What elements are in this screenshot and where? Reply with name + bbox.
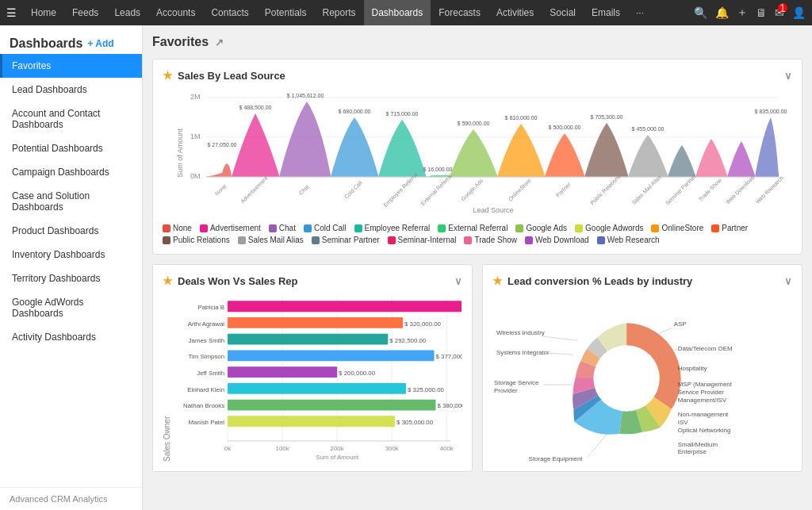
nav-emails[interactable]: Emails [584, 0, 628, 25]
screen-icon[interactable]: 🖥 [756, 6, 767, 19]
nav-dashboards[interactable]: Dashboards [364, 0, 431, 25]
sidebar-item-inventory[interactable]: Inventory Dashboards [0, 243, 142, 267]
svg-text:$ 705,300.00: $ 705,300.00 [591, 114, 623, 120]
notifications-icon[interactable]: 🔔 [715, 6, 729, 19]
chart3-title: Lead conversion % Leads by industry [508, 275, 692, 287]
legend-sales-mail: Sales Mail Alias [238, 236, 304, 244]
sidebar-item-potential[interactable]: Potential Dashboards [0, 136, 142, 160]
sidebar-item-case-solution[interactable]: Case and Solution Dashboards [0, 184, 142, 219]
svg-text:James Smith: James Smith [189, 337, 225, 344]
svg-text:$ 488,500.00: $ 488,500.00 [239, 105, 272, 110]
nav-activities[interactable]: Activities [488, 0, 542, 25]
legend-web-download: Web Download [525, 236, 589, 244]
nav-more[interactable]: ··· [628, 0, 652, 25]
nav-potentials[interactable]: Potentials [257, 0, 315, 25]
svg-text:$ 305,000.00: $ 305,000.00 [396, 419, 434, 426]
svg-text:Provider: Provider [494, 387, 518, 394]
chart2-collapse[interactable]: ∨ [454, 275, 462, 287]
svg-text:0k: 0k [224, 445, 231, 452]
legend-web-research: Web Research [597, 236, 660, 244]
sidebar-items-list: Favorites Lead Dashboards Account and Co… [0, 54, 142, 487]
svg-text:2M: 2M [190, 93, 201, 101]
chart1-collapse[interactable]: ∨ [784, 70, 792, 82]
menu-icon[interactable]: ☰ [6, 6, 17, 19]
svg-text:Hospitality: Hospitality [678, 365, 707, 372]
sidebar-item-account-contact[interactable]: Account and Contact Dashboards [0, 102, 142, 136]
lead-conversion-svg: ASP Data/Telecom OEM Hospitality MSP (Ma… [492, 291, 792, 466]
svg-text:$ 500,000.00: $ 500,000.00 [549, 125, 581, 130]
search-icon[interactable]: 🔍 [694, 6, 707, 19]
nav-forecasts[interactable]: Forecasts [431, 0, 488, 25]
svg-text:Lead Source: Lead Source [473, 206, 513, 214]
svg-text:$ 680,000.00: $ 680,000.00 [339, 109, 371, 114]
sales-by-lead-source-card: ★ Sales By Lead Source ∨ 2M 1M 0M Sum of… [152, 59, 802, 255]
legend-coldcall: Cold Call [304, 224, 347, 232]
main-content: Favorites ↗ ★ Sales By Lead Source ∨ 2M … [143, 25, 812, 510]
svg-rect-51 [228, 350, 434, 361]
svg-text:Small/Medium: Small/Medium [678, 441, 718, 448]
svg-text:Data/Telecom OEM: Data/Telecom OEM [678, 345, 733, 352]
svg-text:Storage Service: Storage Service [494, 379, 539, 386]
svg-text:ISV: ISV [678, 419, 688, 426]
svg-text:Manish Patel: Manish Patel [189, 419, 225, 426]
sidebar-item-google-adwords[interactable]: Google AdWords Dashboards [0, 290, 142, 325]
chart2-y-label: Sales Owner [163, 295, 171, 462]
page-title: Favorites [152, 35, 209, 49]
svg-text:Tim Simpson: Tim Simpson [188, 353, 224, 360]
svg-text:Chat: Chat [298, 183, 310, 195]
svg-text:$ 16,000.00: $ 16,000.00 [423, 167, 453, 172]
sidebar-item-favorites[interactable]: Favorites [0, 54, 142, 78]
svg-line-89 [546, 353, 573, 355]
nav-feeds[interactable]: Feeds [64, 0, 106, 25]
main-layout: Dashboards + Add Favorites Lead Dashboar… [0, 25, 812, 510]
svg-text:$ 835,000.00: $ 835,000.00 [755, 109, 787, 114]
legend-google-adwords: Google Adwords [575, 224, 643, 232]
nav-social[interactable]: Social [542, 0, 584, 25]
svg-text:$ 1,045,612.00: $ 1,045,612.00 [287, 93, 324, 98]
chart2-title-bar: ★ Deals Won Vs Sales Rep ∨ [163, 274, 462, 287]
svg-rect-42 [228, 301, 462, 312]
legend-chat: Chat [269, 224, 296, 232]
svg-rect-45 [228, 317, 403, 328]
nav-home[interactable]: Home [23, 0, 64, 25]
svg-text:400k: 400k [440, 445, 454, 452]
sidebar-title-area: Dashboards + Add [0, 25, 142, 54]
user-icon[interactable]: 👤 [792, 6, 806, 19]
nav-reports[interactable]: Reports [315, 0, 364, 25]
svg-text:Trade Show: Trade Show [698, 177, 723, 202]
nav-contacts[interactable]: Contacts [203, 0, 256, 25]
svg-text:$ 380,000.00: $ 380,000.00 [437, 402, 462, 409]
sidebar-item-lead-dashboards[interactable]: Lead Dashboards [0, 78, 142, 102]
sidebar-item-activity[interactable]: Activity Dashboards [0, 325, 142, 349]
svg-text:Sales Mail Alias: Sales Mail Alias [630, 174, 662, 205]
nav-accounts[interactable]: Accounts [148, 0, 203, 25]
sidebar-item-territory[interactable]: Territory Dashboards [0, 267, 142, 290]
svg-rect-57 [228, 383, 406, 394]
sidebar-footer: Advanced CRM Analytics [0, 487, 142, 510]
chart3-collapse[interactable]: ∨ [784, 275, 792, 287]
svg-text:Sum of Amount: Sum of Amount [316, 454, 359, 461]
svg-text:$ 715,000.00: $ 715,000.00 [386, 111, 419, 117]
legend-partner: Partner [711, 224, 748, 232]
chart2-bars-area: Patricia B $ 426,500.00 Arthi Agrawal $ … [173, 295, 462, 462]
share-icon[interactable]: ↗ [215, 36, 224, 48]
sidebar-item-product[interactable]: Product Dashboards [0, 219, 142, 243]
mail-icon[interactable]: ✉ 1 [775, 6, 784, 19]
chart2-area: Sales Owner Patricia B [163, 295, 462, 462]
sidebar-item-campaign[interactable]: Campaign Dashboards [0, 160, 142, 184]
svg-text:Non-management: Non-management [678, 411, 729, 418]
svg-text:$ 455,000.00: $ 455,000.00 [632, 126, 665, 132]
nav-leads[interactable]: Leads [106, 0, 148, 25]
chart1-star: ★ [163, 69, 173, 82]
chart3-title-bar: ★ Lead conversion % Leads by industry ∨ [492, 274, 792, 287]
legend-public-relations: Public Relations [163, 236, 230, 244]
chart1-area: 2M 1M 0M Sum of Amount $ 27,050.00 $ [163, 90, 792, 244]
svg-text:ASP: ASP [674, 320, 687, 328]
legend-trade-show: Trade Show [464, 236, 517, 244]
svg-point-72 [593, 345, 660, 412]
svg-text:Advertisement: Advertisement [239, 175, 269, 205]
svg-line-94 [587, 432, 609, 458]
add-icon[interactable]: ＋ [737, 6, 748, 20]
add-dashboard-button[interactable]: + Add [87, 38, 113, 49]
lead-conversion-card: ★ Lead conversion % Leads by industry ∨ [482, 264, 802, 472]
